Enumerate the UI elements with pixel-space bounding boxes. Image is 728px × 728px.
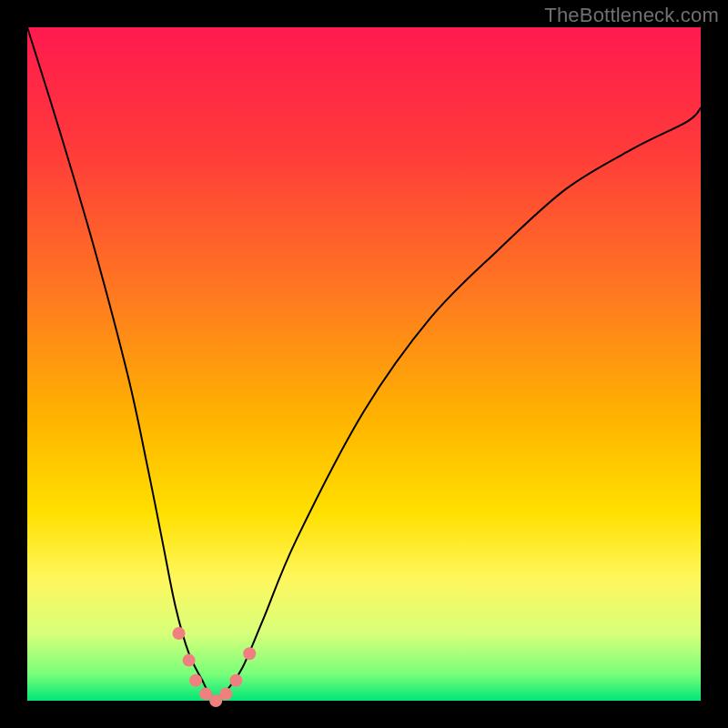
chart-root: TheBottleneck.com: [0, 0, 728, 728]
chart-plot-background: [27, 27, 701, 701]
chart-svg: [0, 0, 728, 728]
curve-marker: [229, 674, 242, 687]
curve-marker: [243, 647, 256, 660]
watermark-text: TheBottleneck.com: [544, 4, 719, 27]
curve-marker: [173, 627, 186, 640]
curve-marker: [189, 674, 202, 687]
curve-marker: [219, 688, 232, 701]
curve-marker: [183, 654, 196, 667]
